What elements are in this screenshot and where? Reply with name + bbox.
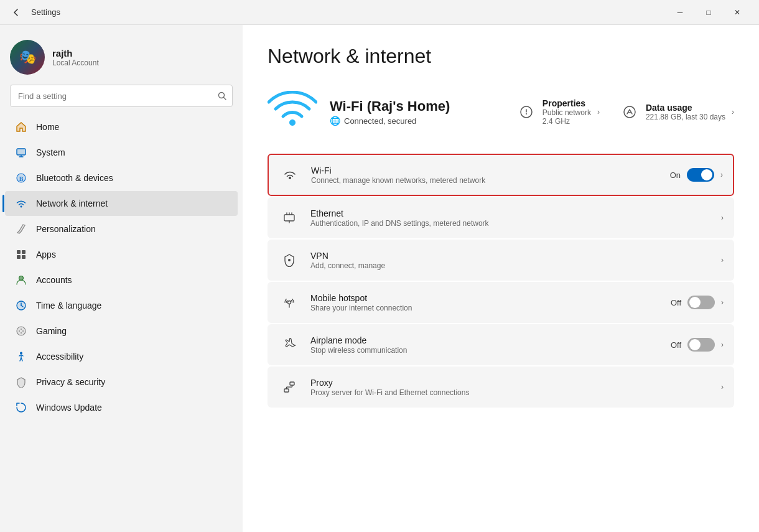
proxy-item-right: › — [721, 383, 724, 391]
svg-point-18 — [21, 329, 22, 330]
hotspot-toggle-thumb — [689, 297, 701, 308]
sidebar-item-label: Apps — [36, 250, 56, 259]
airplane-icon — [278, 334, 300, 356]
wifi-status: 🌐 Connected, secured — [330, 116, 504, 126]
svg-point-19 — [21, 332, 22, 334]
ethernet-sub: Authentication, IP and DNS settings, met… — [310, 219, 711, 228]
vpn-item-right: › — [721, 256, 724, 264]
proxy-chevron: › — [721, 383, 724, 391]
wifi-toggle[interactable] — [687, 168, 714, 182]
sidebar-item-accounts[interactable]: Accounts — [5, 268, 238, 292]
maximize-button[interactable]: □ — [694, 2, 723, 22]
proxy-title: Proxy — [310, 378, 711, 388]
settings-item-hotspot[interactable]: Mobile hotspot Share your internet conne… — [268, 282, 734, 323]
settings-item-ethernet[interactable]: Ethernet Authentication, IP and DNS sett… — [268, 197, 734, 238]
sidebar-item-gaming[interactable]: Gaming — [5, 319, 238, 343]
wifi-item-right: On › — [670, 168, 723, 182]
airplane-toggle-label: Off — [671, 340, 681, 350]
vpn-chevron: › — [721, 256, 724, 264]
wifi-toggle-label: On — [670, 170, 681, 180]
sidebar-item-label: System — [36, 147, 65, 157]
wifi-network-name: Wi-Fi (Raj's Home) — [330, 98, 504, 114]
properties-action[interactable]: Properties Public network2.4 GHz › — [516, 98, 600, 126]
settings-item-airplane[interactable]: Airplane mode Stop wireless communicatio… — [268, 324, 734, 365]
airplane-title: Airplane mode — [310, 335, 661, 345]
close-button[interactable]: ✕ — [723, 2, 752, 22]
data-usage-sub: 221.88 GB, last 30 days — [646, 113, 725, 121]
gaming-icon — [15, 325, 27, 337]
user-section: 🎭 rajth Local Account — [0, 35, 243, 85]
svg-point-17 — [22, 330, 24, 332]
svg-point-24 — [624, 106, 635, 118]
sidebar-item-personalization[interactable]: Personalization — [5, 217, 238, 241]
data-usage-action[interactable]: Data usage 221.88 GB, last 30 days › — [620, 98, 734, 126]
sidebar-item-update[interactable]: Windows Update — [5, 395, 238, 420]
search-box — [10, 85, 233, 107]
svg-rect-2 — [17, 149, 26, 155]
sidebar-item-system[interactable]: System — [5, 140, 238, 165]
airplane-toggle[interactable] — [687, 338, 715, 352]
svg-point-32 — [288, 301, 291, 304]
airplane-chevron: › — [721, 340, 724, 349]
hotspot-title: Mobile hotspot — [310, 293, 661, 303]
back-button[interactable] — [7, 4, 25, 21]
proxy-item-text: Proxy Proxy server for Wi-Fi and Etherne… — [310, 378, 711, 397]
search-input[interactable] — [10, 85, 233, 107]
properties-title: Properties — [542, 98, 591, 108]
sidebar-item-home[interactable]: Home — [5, 114, 238, 139]
sidebar-item-time[interactable]: Time & language — [5, 293, 238, 318]
airplane-sub: Stop wireless communication — [310, 346, 661, 355]
sidebar-item-label: Privacy & security — [36, 377, 105, 387]
page-title: Network & internet — [268, 45, 734, 68]
user-info: rajth Local Account — [52, 48, 99, 67]
accounts-icon — [15, 274, 27, 286]
sidebar-item-label: Windows Update — [36, 403, 102, 413]
sidebar-item-apps[interactable]: Apps — [5, 242, 238, 267]
wifi-item-sub: Connect, manage known networks, metered … — [311, 176, 660, 185]
settings-item-proxy[interactable]: Proxy Proxy server for Wi-Fi and Etherne… — [268, 366, 734, 408]
ethernet-title: Ethernet — [310, 208, 711, 218]
sidebar-item-label: Personalization — [36, 224, 96, 234]
hero-actions: Properties Public network2.4 GHz › — [516, 98, 734, 126]
hotspot-item-right: Off › — [671, 296, 724, 309]
ethernet-chevron: › — [721, 213, 724, 222]
hotspot-icon — [278, 291, 300, 314]
vpn-icon — [278, 249, 300, 271]
globe-icon: 🌐 — [330, 116, 340, 126]
svg-text:B: B — [19, 175, 24, 182]
ethernet-icon — [278, 207, 300, 229]
svg-rect-10 — [22, 255, 26, 259]
svg-rect-9 — [17, 255, 21, 259]
hotspot-sub: Share your internet connection — [310, 304, 661, 312]
sidebar-item-privacy[interactable]: Privacy & security — [5, 370, 238, 394]
sidebar-item-network[interactable]: Network & internet — [5, 191, 238, 216]
settings-item-wifi[interactable]: Wi-Fi Connect, manage known networks, me… — [268, 154, 734, 196]
wifi-toggle-thumb — [701, 169, 712, 180]
wifi-large-icon — [268, 90, 317, 134]
wifi-hero: Wi-Fi (Raj's Home) 🌐 Connected, secured — [268, 85, 734, 139]
svg-rect-7 — [17, 250, 21, 254]
wifi-item-icon — [279, 164, 301, 186]
sidebar-item-bluetooth[interactable]: B Bluetooth & devices — [5, 166, 238, 190]
ethernet-item-text: Ethernet Authentication, IP and DNS sett… — [310, 208, 711, 228]
properties-chevron: › — [597, 108, 600, 116]
sidebar-item-label: Accounts — [36, 275, 72, 285]
hotspot-toggle[interactable] — [687, 296, 715, 309]
airplane-item-right: Off › — [671, 338, 724, 352]
home-icon — [15, 121, 27, 133]
ethernet-item-right: › — [721, 213, 724, 222]
sidebar-item-accessibility[interactable]: Accessibility — [5, 344, 238, 369]
hotspot-chevron: › — [721, 298, 724, 307]
svg-point-16 — [19, 330, 20, 332]
svg-rect-35 — [290, 382, 294, 385]
data-usage-icon — [620, 102, 640, 122]
settings-item-vpn[interactable]: VPN Add, connect, manage › — [268, 240, 734, 281]
wifi-item-title: Wi-Fi — [311, 166, 660, 175]
minimize-button[interactable]: ─ — [666, 2, 694, 22]
proxy-sub: Proxy server for Wi-Fi and Ethernet conn… — [310, 388, 711, 397]
main-content: Network & internet Wi-Fi (Raj's Home) 🌐 … — [243, 25, 759, 532]
svg-rect-34 — [284, 389, 289, 392]
sidebar: 🎭 rajth Local Account Hom — [0, 25, 243, 532]
vpn-sub: Add, connect, manage — [310, 261, 711, 270]
hotspot-item-text: Mobile hotspot Share your internet conne… — [310, 293, 661, 312]
